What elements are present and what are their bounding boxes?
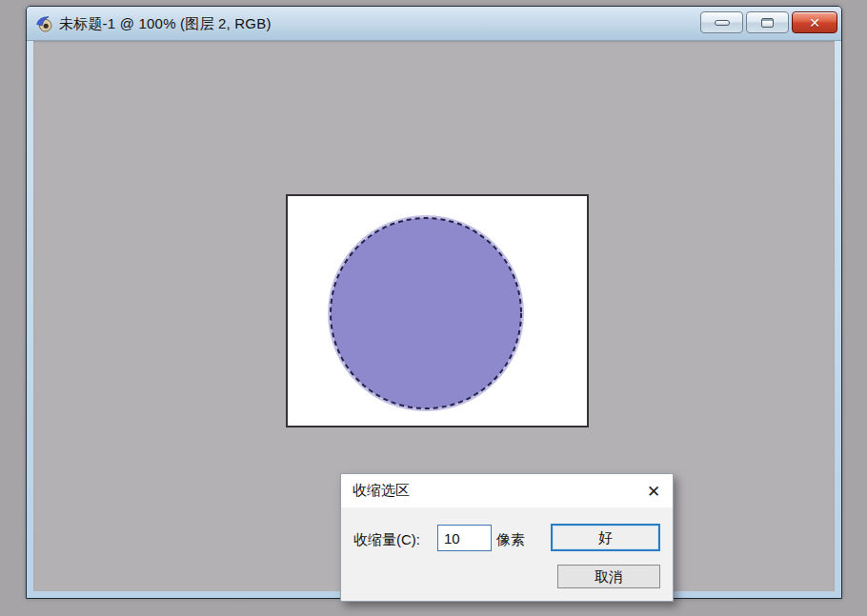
window-controls: ✕ bbox=[700, 11, 837, 33]
photoshop-document-icon bbox=[35, 15, 52, 32]
pixels-unit-label: 像素 bbox=[496, 531, 525, 549]
image-document[interactable] bbox=[286, 194, 589, 427]
cancel-button[interactable]: 取消 bbox=[557, 565, 660, 588]
close-icon: ✕ bbox=[809, 16, 820, 30]
minimize-icon bbox=[715, 20, 730, 26]
minimize-button[interactable] bbox=[700, 11, 743, 33]
contract-selection-dialog: 收缩选区 ✕ 收缩量(C): 像素 好 取消 bbox=[340, 473, 674, 602]
dialog-close-icon[interactable]: ✕ bbox=[640, 478, 667, 505]
maximize-icon bbox=[761, 18, 774, 28]
selection-graphic bbox=[288, 196, 587, 426]
contract-amount-label: 收缩量(C): bbox=[353, 531, 420, 549]
window-title: 未标题-1 @ 100% (图层 2, RGB) bbox=[59, 7, 700, 41]
close-button[interactable]: ✕ bbox=[792, 11, 837, 33]
contract-amount-input[interactable] bbox=[437, 525, 492, 551]
selection-circle[interactable] bbox=[331, 218, 521, 408]
desktop-background: { "window": { "title": "未标题-1 @ 100% (图层… bbox=[0, 0, 867, 616]
maximize-button[interactable] bbox=[746, 11, 789, 33]
window-titlebar[interactable]: 未标题-1 @ 100% (图层 2, RGB) ✕ bbox=[27, 7, 841, 41]
dialog-titlebar[interactable]: 收缩选区 bbox=[341, 474, 673, 507]
ok-button[interactable]: 好 bbox=[551, 524, 660, 551]
dialog-title: 收缩选区 bbox=[353, 482, 410, 500]
